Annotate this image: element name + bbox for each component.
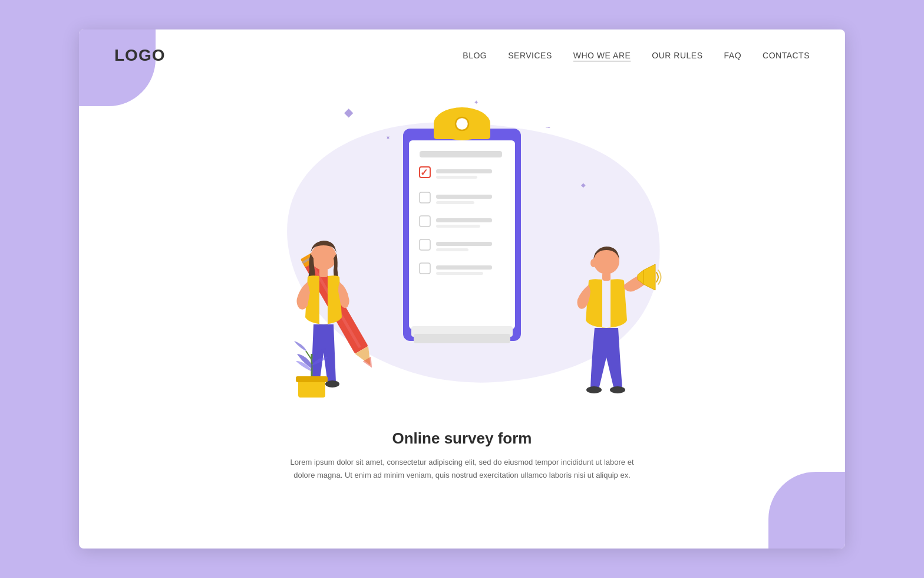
svg-rect-23 [436, 272, 483, 275]
svg-point-3 [456, 117, 468, 130]
svg-rect-40 [296, 376, 328, 382]
text-section: Online survey form Lorem ipsum dolor sit… [161, 429, 763, 482]
svg-rect-14 [436, 201, 474, 204]
nav-our-rules[interactable]: OUR RULES [652, 51, 702, 60]
svg-rect-21 [420, 263, 430, 274]
deco-squiggle-1: ~ [546, 123, 550, 132]
nav-contacts[interactable]: CONTACTS [763, 51, 810, 60]
header: LOGO BLOG SERVICES WHO WE ARE OUR RULES … [79, 29, 845, 81]
svg-rect-18 [420, 239, 430, 250]
svg-rect-31 [319, 268, 328, 277]
svg-text:✓: ✓ [420, 168, 428, 178]
main-content: ◆ ~ ✦ ✦ ~ ◆ [79, 81, 845, 482]
corner-decoration-br [768, 472, 845, 549]
page-card: LOGO BLOG SERVICES WHO WE ARE OUR RULES … [79, 29, 845, 549]
deco-small-4: ◆ [581, 182, 586, 188]
nav-services[interactable]: SERVICES [508, 51, 552, 60]
clipboard-svg: ✓ [391, 93, 533, 353]
svg-rect-19 [436, 242, 492, 246]
svg-rect-12 [420, 192, 430, 203]
svg-rect-36 [602, 272, 610, 281]
svg-rect-16 [436, 218, 492, 222]
svg-point-35 [590, 259, 596, 267]
svg-rect-17 [436, 225, 480, 228]
logo: LOGO [114, 46, 165, 65]
svg-point-37 [586, 386, 602, 393]
illustration-area: ◆ ~ ✦ ✦ ~ ◆ [220, 87, 704, 418]
svg-rect-7 [420, 151, 502, 157]
nav-blog[interactable]: BLOG [463, 51, 487, 60]
main-description: Lorem ipsum dolor sit amet, consectetur … [279, 456, 645, 482]
svg-rect-15 [420, 216, 430, 226]
svg-rect-20 [436, 248, 468, 251]
svg-rect-11 [436, 176, 477, 179]
svg-rect-6 [414, 334, 510, 343]
character-man-svg [550, 217, 668, 400]
deco-small-1: ✦ [384, 134, 391, 142]
main-title: Online survey form [279, 429, 645, 448]
deco-dot-1: ◆ [344, 105, 353, 119]
navigation: BLOG SERVICES WHO WE ARE OUR RULES FAQ C… [463, 51, 810, 60]
svg-rect-10 [436, 169, 492, 173]
nav-who-we-are[interactable]: WHO WE ARE [573, 51, 631, 60]
svg-point-30 [311, 244, 336, 270]
svg-point-38 [610, 386, 625, 393]
svg-rect-13 [436, 195, 492, 199]
plant-svg [285, 336, 338, 401]
svg-rect-22 [436, 265, 492, 270]
nav-faq[interactable]: FAQ [724, 51, 742, 60]
